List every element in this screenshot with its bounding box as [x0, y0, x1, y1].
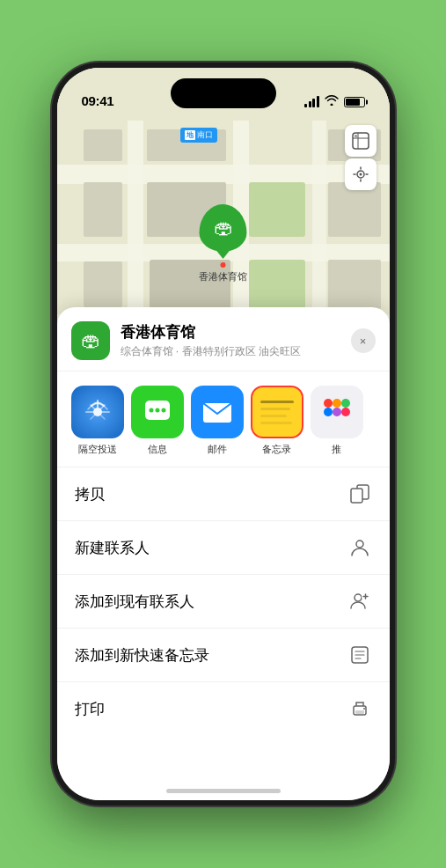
close-button[interactable]: × — [351, 328, 376, 353]
messages-icon — [131, 386, 184, 438]
svg-point-33 — [333, 399, 341, 408]
airdrop-label: 隔空投送 — [78, 443, 117, 456]
stadium-pin: 🏟 香港体育馆 — [199, 204, 247, 283]
phone-frame: 09:41 — [52, 63, 395, 805]
svg-point-28 — [149, 408, 153, 413]
location-button[interactable] — [345, 158, 377, 190]
share-apps-row: 隔空投送 信息 — [57, 371, 390, 467]
pin-label: 香港体育馆 — [199, 270, 247, 283]
svg-point-46 — [363, 708, 365, 710]
map-controls — [345, 125, 377, 190]
copy-label: 拷贝 — [75, 484, 105, 504]
copy-icon — [347, 482, 372, 506]
svg-point-36 — [333, 408, 341, 416]
svg-point-41 — [355, 594, 362, 601]
print-label: 打印 — [75, 699, 105, 719]
mail-icon — [191, 386, 244, 438]
battery-icon — [344, 97, 365, 107]
share-app-notes[interactable]: 备忘录 — [251, 386, 303, 456]
signal-icon — [304, 96, 319, 107]
subway-label-text: 南口 — [197, 129, 213, 141]
home-indicator — [166, 789, 281, 793]
venue-emoji: 🏟 — [81, 329, 100, 352]
svg-point-34 — [341, 399, 350, 408]
map-type-button[interactable] — [345, 125, 377, 157]
share-app-more[interactable]: 推 — [311, 386, 363, 456]
svg-point-40 — [356, 541, 363, 548]
svg-rect-8 — [84, 182, 122, 237]
print-icon — [347, 696, 372, 721]
action-list: 拷贝 新建联系人 — [57, 467, 390, 735]
notes-label: 备忘录 — [262, 443, 291, 456]
pin-circle: 🏟 — [200, 204, 247, 252]
svg-point-29 — [155, 408, 159, 413]
dynamic-island — [171, 78, 276, 108]
svg-point-25 — [359, 173, 362, 176]
more-label: 推 — [332, 443, 341, 456]
svg-rect-7 — [84, 129, 122, 161]
location-venue-icon: 🏟 — [71, 321, 110, 360]
location-info: 香港体育馆 综合体育馆 · 香港特别行政区 油尖旺区 — [121, 322, 351, 359]
svg-point-30 — [161, 408, 165, 413]
more-apps-icon — [311, 386, 363, 438]
person-add-icon — [347, 589, 372, 614]
share-app-messages[interactable]: 信息 — [131, 386, 184, 456]
wifi-icon — [325, 95, 339, 108]
action-new-contact[interactable]: 新建联系人 — [57, 521, 390, 575]
notes-icon — [251, 386, 303, 438]
svg-point-32 — [324, 399, 333, 408]
notes-lines — [253, 392, 301, 433]
new-contact-label: 新建联系人 — [75, 538, 150, 558]
stadium-icon: 🏟 — [214, 217, 233, 239]
svg-rect-16 — [84, 261, 122, 307]
location-header: 🏟 香港体育馆 综合体育馆 · 香港特别行政区 油尖旺区 × — [57, 307, 390, 371]
location-name: 香港体育馆 — [121, 322, 351, 342]
svg-point-37 — [341, 408, 350, 416]
subway-label: 地 南口 — [180, 128, 217, 143]
messages-label: 信息 — [148, 443, 167, 456]
status-time: 09:41 — [82, 93, 114, 108]
svg-rect-45 — [355, 710, 364, 714]
svg-rect-17 — [328, 260, 381, 309]
action-print[interactable]: 打印 — [57, 682, 390, 735]
mail-label: 邮件 — [208, 443, 227, 456]
note-icon — [347, 643, 372, 667]
svg-point-35 — [324, 408, 333, 416]
svg-rect-1 — [57, 165, 390, 184]
action-add-note[interactable]: 添加到新快速备忘录 — [57, 629, 390, 682]
share-app-mail[interactable]: 邮件 — [191, 386, 244, 456]
svg-rect-23 — [355, 135, 357, 137]
location-subtitle: 综合体育馆 · 香港特别行政区 油尖旺区 — [121, 344, 351, 359]
bottom-sheet: 🏟 香港体育馆 综合体育馆 · 香港特别行政区 油尖旺区 × — [57, 307, 390, 800]
svg-rect-13 — [249, 260, 305, 309]
close-icon: × — [360, 335, 367, 348]
share-app-airdrop[interactable]: 隔空投送 — [71, 386, 124, 456]
action-add-contact[interactable]: 添加到现有联系人 — [57, 575, 390, 629]
pin-dot — [221, 262, 226, 268]
action-copy[interactable]: 拷贝 — [57, 467, 390, 521]
person-icon — [347, 535, 372, 560]
svg-rect-39 — [351, 489, 362, 503]
svg-rect-12 — [249, 182, 305, 237]
airdrop-icon — [71, 386, 124, 438]
status-icons — [304, 95, 365, 108]
phone-screen: 09:41 — [57, 68, 390, 800]
add-contact-label: 添加到现有联系人 — [75, 592, 194, 612]
add-note-label: 添加到新快速备忘录 — [75, 645, 209, 666]
svg-rect-15 — [328, 182, 381, 237]
